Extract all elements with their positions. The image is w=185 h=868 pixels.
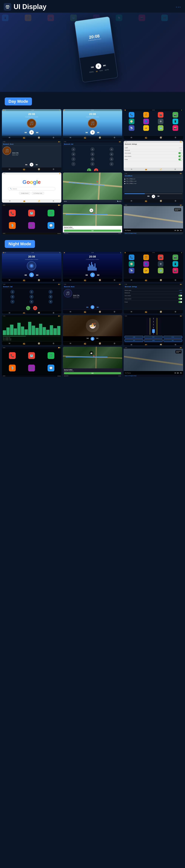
night-next-2[interactable]: ⏭ xyxy=(97,273,100,276)
carplay-spotify-icon[interactable]: 🎵 xyxy=(48,210,54,216)
setting-auto-connect[interactable]: Auto connect xyxy=(125,155,182,158)
app-icon-wifi[interactable]: 📡 xyxy=(129,125,134,131)
media-next[interactable]: ⏭ xyxy=(180,229,182,231)
app-icon-maps[interactable]: 🗺️ xyxy=(158,125,163,131)
local-music-item-3[interactable]: ▶ 华乐_抒情集_3.mp3 xyxy=(125,183,182,184)
more-icon[interactable]: ··· xyxy=(176,4,181,9)
night-bt-prev[interactable]: ⏮ xyxy=(86,306,88,308)
dial-8[interactable]: 8 xyxy=(90,157,95,161)
dial-0[interactable]: 0 xyxy=(90,162,95,166)
app-icon-bt[interactable]: 🔵 xyxy=(143,119,149,124)
dial-star[interactable]: * xyxy=(71,162,76,166)
adas-btn-5[interactable]: SAFE xyxy=(144,339,163,342)
carplay-phone-icon[interactable]: 📞 xyxy=(9,210,16,216)
setting-power[interactable]: Power xyxy=(125,158,182,161)
stream-next[interactable]: ⏭ xyxy=(96,337,99,341)
app-icon-nav[interactable]: 🧭 xyxy=(129,119,134,124)
media-prev[interactable]: ⏮ xyxy=(175,229,176,231)
night-end-btn[interactable]: 📵 xyxy=(33,306,37,310)
night-dial-4[interactable]: 4 xyxy=(10,295,15,299)
night-dial-7[interactable]: 7 xyxy=(10,300,15,304)
night-media-prev[interactable]: ⏮ xyxy=(175,372,176,374)
night-carplay-music[interactable]: 🎼 xyxy=(28,365,35,371)
night-app-apps[interactable]: 📱 xyxy=(173,261,178,267)
night-carplay-podcast[interactable]: 🎙️ xyxy=(9,365,16,371)
bt-next-btn[interactable]: ⏭ xyxy=(36,163,38,166)
local-music-item-1[interactable]: ▶ 华乐_抒情集.mp3 xyxy=(125,178,182,180)
adas-btn-4[interactable]: SPD xyxy=(125,339,143,342)
stream-play[interactable]: ▶ xyxy=(90,337,95,341)
dial-2[interactable]: 2 xyxy=(90,147,95,151)
carplay-podcast-icon[interactable]: 🎙️ xyxy=(9,222,16,229)
night-media-play[interactable]: ▶ xyxy=(178,372,179,374)
night-carplay-messages[interactable]: 💬 xyxy=(48,365,54,371)
night-setting-auto-connect[interactable]: Auto connect xyxy=(125,297,182,301)
auto-connect-toggle[interactable] xyxy=(178,155,182,157)
prev-btn-2[interactable]: ⏮ xyxy=(85,131,88,134)
dial-3[interactable]: 3 xyxy=(109,147,114,151)
night-app-maps[interactable]: 🗺️ xyxy=(158,268,163,273)
night-dial-2[interactable]: 2 xyxy=(29,290,34,294)
night-app-radio[interactable]: 📻 xyxy=(143,268,149,273)
app-icon-apps[interactable]: 📱 xyxy=(173,119,178,124)
adas-btn-2[interactable]: DIST xyxy=(144,336,163,338)
night-app-phone[interactable]: 📞 xyxy=(129,254,134,260)
hero-play-btn[interactable]: ⏸ xyxy=(95,63,102,69)
night-power-toggle[interactable] xyxy=(178,301,182,303)
next-btn-2[interactable]: ⏭ xyxy=(97,131,100,134)
stream-prev[interactable]: ⏮ xyxy=(86,337,89,341)
night-next-1[interactable]: ⏭ xyxy=(36,273,39,276)
menu-icon[interactable] xyxy=(4,3,11,10)
call-end-btn[interactable]: 📵 xyxy=(94,168,98,171)
night-media-next[interactable]: ⏭ xyxy=(180,372,182,374)
night-app-bt[interactable]: 🔵 xyxy=(143,261,149,267)
google-search-box[interactable]: 🔍 Search xyxy=(8,187,55,190)
auto-answer-toggle[interactable] xyxy=(178,152,182,154)
night-prev-1[interactable]: ⏮ xyxy=(24,273,27,276)
night-app-photo[interactable]: 📷 xyxy=(173,254,178,260)
bt-prev-btn[interactable]: ⏮ xyxy=(25,163,27,166)
local-next[interactable]: ⏭ xyxy=(157,195,160,198)
night-carplay-spotify[interactable]: 🎵 xyxy=(48,352,54,359)
night-dial-6[interactable]: 6 xyxy=(49,295,53,299)
google-lucky-btn[interactable]: I'm Feeling Lucky xyxy=(32,192,44,194)
app-icon-camera[interactable]: 📸 xyxy=(173,125,178,131)
night-app-video[interactable]: 🎬 xyxy=(158,254,163,260)
go-btn[interactable]: GO xyxy=(64,229,121,232)
app-icon-phone[interactable]: 📞 xyxy=(129,112,134,118)
carplay-maps-icon[interactable]: 🗺️ xyxy=(28,210,35,216)
play-btn-2[interactable]: ⏸ xyxy=(90,130,95,134)
setting-auto-answer[interactable]: Auto answer xyxy=(125,152,182,155)
night-play-2[interactable]: ⏸ xyxy=(90,273,95,277)
call-answer-btn[interactable]: 📞 xyxy=(87,168,91,171)
night-prev-2[interactable]: ⏮ xyxy=(85,273,88,276)
power-toggle[interactable] xyxy=(178,159,182,160)
night-setting-power[interactable]: Power xyxy=(125,301,182,304)
play-btn-1[interactable]: ⏸ xyxy=(29,130,34,134)
dial-6[interactable]: 6 xyxy=(109,152,114,156)
adas-btn-6[interactable]: REC xyxy=(163,339,182,342)
prev-btn-1[interactable]: ⏮ xyxy=(24,131,27,134)
night-answer-btn[interactable]: 📞 xyxy=(26,306,30,310)
media-play[interactable]: ▶ xyxy=(178,229,179,231)
next-btn-1[interactable]: ⏭ xyxy=(36,131,39,134)
app-icon-radio[interactable]: 📻 xyxy=(143,125,149,131)
dial-hash[interactable]: # xyxy=(109,162,114,166)
night-go-btn[interactable]: GO xyxy=(64,372,121,374)
night-play-1[interactable]: ⏸ xyxy=(29,273,34,277)
carplay-apple-music[interactable]: 🎼 xyxy=(28,222,35,229)
app-icon-video[interactable]: 🎬 xyxy=(158,112,163,118)
dial-7[interactable]: 7 xyxy=(71,157,76,161)
dial-4[interactable]: 4 xyxy=(71,152,76,156)
adas-btn-3[interactable]: FCOL xyxy=(163,336,182,338)
night-bt-next[interactable]: ⏭ xyxy=(97,306,99,308)
night-dial-8[interactable]: 8 xyxy=(29,300,34,304)
app-icon-music[interactable]: 🎵 xyxy=(143,112,149,118)
night-auto-answer-toggle[interactable] xyxy=(178,295,182,297)
night-bt-play[interactable]: ⏸ xyxy=(90,305,95,309)
dial-5[interactable]: 5 xyxy=(90,152,95,156)
local-music-item-2[interactable]: ▶ 华乐_抒情集_2.mp3 xyxy=(125,180,182,182)
night-app-wifi[interactable]: 📡 xyxy=(129,268,134,273)
night-dial-1[interactable]: 1 xyxy=(10,290,15,294)
app-icon-settings[interactable]: ⚙ xyxy=(158,119,163,124)
